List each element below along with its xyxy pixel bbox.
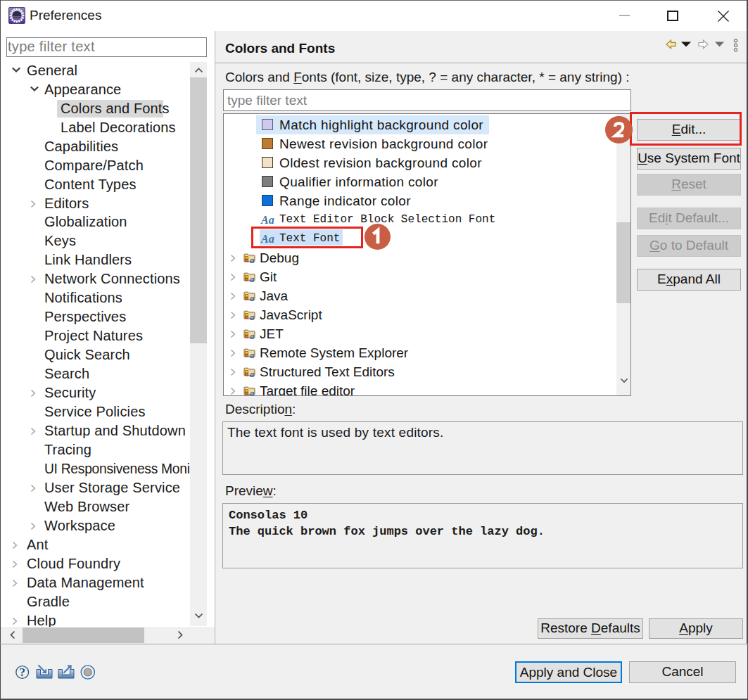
- svg-text:a: a: [250, 350, 254, 358]
- svg-text:a: a: [250, 255, 254, 263]
- svg-text:a: a: [250, 274, 254, 282]
- svg-text:a: a: [250, 312, 254, 320]
- svg-text:a: a: [250, 293, 254, 301]
- svg-text:?: ?: [19, 666, 25, 679]
- svg-text:a: a: [250, 331, 254, 339]
- svg-text:a: a: [250, 369, 254, 377]
- svg-text:a: a: [250, 388, 254, 396]
